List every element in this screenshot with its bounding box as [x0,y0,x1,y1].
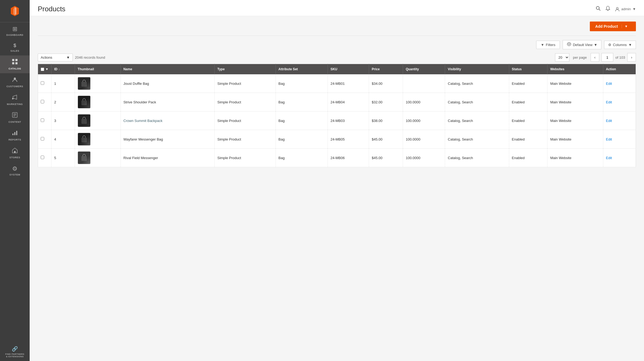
svg-rect-23 [81,100,87,105]
svg-rect-26 [81,156,87,161]
page-number-input[interactable] [601,53,613,62]
eye-icon [567,42,571,47]
cell-thumbnail [75,130,121,149]
find-partners-icon: 🔗 [12,346,18,352]
dashboard-icon: ⊞ [12,26,17,33]
default-view-dropdown[interactable]: Default View ▼ [563,40,601,49]
add-product-button[interactable]: Add Product ▼ [590,22,636,31]
cell-visibility: Catalog, Search [445,149,509,167]
page-of-total: of 103 [615,55,625,59]
sidebar-item-label: CONTENT [9,121,21,123]
th-status: Status [509,64,547,75]
cell-websites: Main Website [547,111,603,130]
admin-dropdown-arrow: ▼ [632,7,636,11]
cell-websites: Main Website [547,93,603,111]
cell-quantity: 100.0000 [403,130,445,149]
th-id[interactable]: ID ↕ [51,64,75,75]
sidebar-item-find-partners[interactable]: 🔗 FIND PARTNERS& EXTENSIONS [0,343,30,361]
cell-price: $45.00 [369,149,403,167]
row-checkbox[interactable] [41,81,44,85]
row-checkbox[interactable] [41,100,44,103]
filter-row: ▼ Filters Default View ▼ ⚙ Columns [38,40,636,49]
filters-label: Filters [546,43,555,47]
svg-rect-17 [14,151,16,153]
admin-label: admin [621,7,631,11]
prev-page-button[interactable]: ‹ [591,53,599,62]
columns-button[interactable]: ⚙ Columns ▼ [604,41,636,49]
search-icon[interactable] [595,6,601,12]
edit-link[interactable]: Edit [606,82,612,86]
cell-type: Simple Product [215,111,276,130]
grid-controls: Actions ▼ 2046 records found 20 30 50 pe… [38,53,636,62]
records-found: 2046 records found [75,55,105,59]
row-checkbox[interactable] [41,118,44,122]
sidebar-item-label: CATALOG [9,67,21,70]
header-actions: admin ▼ [595,6,636,12]
sidebar-item-content[interactable]: CONTENT [0,109,30,127]
cell-thumbnail [75,149,121,167]
actions-label: Actions [41,55,52,59]
admin-user-dropdown[interactable]: admin ▼ [615,7,636,12]
next-page-button[interactable]: › [627,53,636,62]
cell-websites: Main Website [547,74,603,93]
per-page-options[interactable]: 20 30 50 [555,54,569,61]
cell-status: Enabled [509,130,547,149]
cell-id: 1 [51,74,75,93]
select-all-checkbox[interactable] [41,68,44,71]
cell-status: Enabled [509,74,547,93]
cell-thumbnail [75,93,121,111]
sidebar-item-catalog[interactable]: CATALOG [0,55,30,73]
edit-link[interactable]: Edit [606,137,612,141]
svg-rect-25 [81,138,87,142]
sidebar-item-sales[interactable]: $ SALES [0,40,30,55]
sidebar-item-customers[interactable]: CUSTOMERS [0,73,30,91]
pagination: 20 30 50 per page ‹ of 103 › [555,53,636,62]
sidebar-item-stores[interactable]: STORES [0,144,30,162]
cell-websites: Main Website [547,149,603,167]
notifications-icon[interactable] [605,6,611,12]
svg-line-19 [599,9,600,10]
svg-point-8 [14,78,16,80]
default-view-label: Default View [573,43,593,47]
cell-visibility: Catalog, Search [445,130,509,149]
gear-icon: ⚙ [608,43,611,47]
sidebar-item-dashboard[interactable]: ⊞ DASHBOARD [0,22,30,40]
cell-sku: 24-MB01 [328,74,369,93]
edit-link[interactable]: Edit [606,156,612,160]
svg-rect-5 [15,59,18,61]
cell-type: Simple Product [215,149,276,167]
th-checkbox-arrow[interactable]: ▼ [45,67,49,71]
table-row: 1Joust Duffle BagSimple ProductBag24-MB0… [38,74,636,93]
row-checkbox[interactable] [41,137,44,141]
edit-link[interactable]: Edit [606,119,612,123]
cell-visibility: Catalog, Search [445,74,509,93]
filters-button[interactable]: ▼ Filters [536,41,560,49]
product-name-link[interactable]: Crown Summit Backpack [123,119,163,123]
sidebar-item-label: DASHBOARD [6,34,23,36]
per-page-select[interactable]: 20 30 50 [555,53,569,62]
th-price: Price [369,64,403,75]
cell-type: Simple Product [215,93,276,111]
th-sku: SKU [328,64,369,75]
cell-status: Enabled [509,93,547,111]
cell-sku: 24-MB03 [328,111,369,130]
svg-point-21 [569,44,570,45]
actions-dropdown[interactable]: Actions ▼ [38,54,73,61]
cell-name: Wayfarer Messenger Bag [120,130,215,149]
cell-type: Simple Product [215,74,276,93]
divider [38,36,636,36]
svg-rect-9 [12,98,13,99]
sidebar-item-reports[interactable]: REPORTS [0,127,30,144]
product-thumbnail-image [78,96,91,108]
row-checkbox[interactable] [41,156,44,159]
product-thumbnail-image [78,133,91,146]
edit-link[interactable]: Edit [606,100,612,104]
cell-attribute-set: Bag [275,111,328,130]
sidebar-logo[interactable] [0,0,30,22]
table-row: 2Strive Shoulder PackSimple ProductBag24… [38,93,636,111]
cell-price: $38.00 [369,111,403,130]
sidebar-item-marketing[interactable]: MARKETING [0,91,30,109]
cell-attribute-set: Bag [275,74,328,93]
sidebar-item-system[interactable]: ⚙ SYSTEM [0,162,30,179]
th-type: Type [215,64,276,75]
